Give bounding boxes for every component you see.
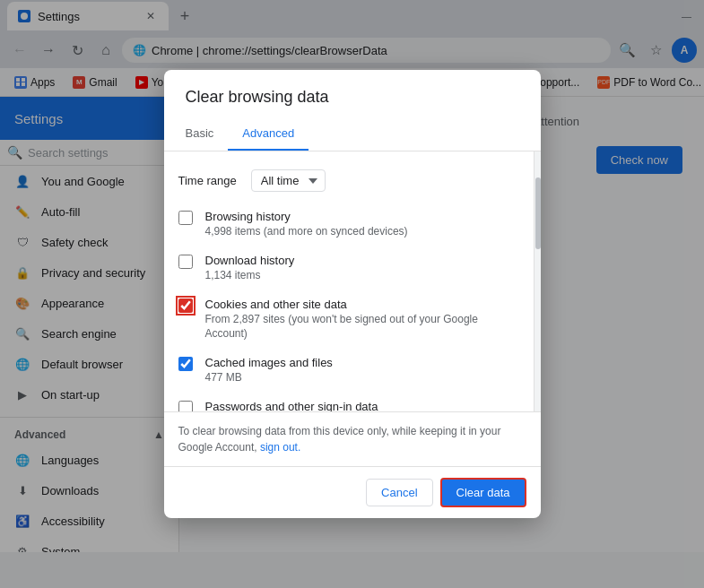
cached-desc: 477 MB xyxy=(205,370,516,385)
checkbox-cached: Cached images and files 477 MB xyxy=(178,349,516,393)
sign-out-link[interactable]: sign out. xyxy=(260,441,300,454)
dialog-body: Time range All time Browsing history 4,9… xyxy=(164,151,534,411)
passwords-title: Passwords and other sign-in data xyxy=(205,400,516,411)
dialog-overlay: Clear browsing data Basic Advanced Time … xyxy=(0,0,704,588)
checkbox-passwords-label: Passwords and other sign-in data 152 pas… xyxy=(205,400,516,411)
checkbox-download-history-input[interactable] xyxy=(178,255,193,269)
checkbox-passwords: Passwords and other sign-in data 152 pas… xyxy=(178,393,516,411)
clear-data-button[interactable]: Clear data xyxy=(440,478,526,507)
dialog-title: Clear browsing data xyxy=(164,70,541,117)
download-history-desc: 1,134 items xyxy=(205,268,516,283)
checkbox-browsing-history-input[interactable] xyxy=(178,211,193,225)
browsing-history-desc: 4,998 items (and more on synced devices) xyxy=(205,224,516,239)
cookies-title: Cookies and other site data xyxy=(205,298,516,311)
checkbox-download-history-label: Download history 1,134 items xyxy=(205,254,516,283)
dialog-scrollbar-track xyxy=(534,151,541,411)
checkbox-cookies-wrap[interactable] xyxy=(178,298,195,315)
cancel-button[interactable]: Cancel xyxy=(366,479,432,506)
download-history-title: Download history xyxy=(205,254,516,267)
dialog-scrollbar-thumb[interactable] xyxy=(535,177,541,249)
checkbox-passwords-wrap[interactable] xyxy=(178,401,195,411)
dialog-footer: Cancel Clear data xyxy=(164,466,541,518)
checkbox-browsing-history: Browsing history 4,998 items (and more o… xyxy=(178,203,516,246)
checkbox-browsing-history-wrap[interactable] xyxy=(178,211,195,227)
checkbox-cached-label: Cached images and files 477 MB xyxy=(205,356,516,385)
checkbox-cached-wrap[interactable] xyxy=(178,357,195,373)
footer-note-text: To clear browsing data from this device … xyxy=(178,425,501,454)
time-range-select[interactable]: All time xyxy=(251,169,326,192)
checkbox-passwords-input[interactable] xyxy=(178,401,193,411)
browsing-history-title: Browsing history xyxy=(205,210,516,223)
time-range-label: Time range xyxy=(178,174,237,187)
time-range-row: Time range All time xyxy=(178,162,516,203)
tab-basic[interactable]: Basic xyxy=(171,117,229,151)
dialog-tabs: Basic Advanced xyxy=(164,117,541,151)
cached-title: Cached images and files xyxy=(205,356,516,369)
dialog-body-wrapper: Time range All time Browsing history 4,9… xyxy=(164,151,541,411)
clear-browsing-data-dialog: Clear browsing data Basic Advanced Time … xyxy=(164,70,541,518)
checkbox-browsing-history-label: Browsing history 4,998 items (and more o… xyxy=(205,210,516,239)
checkbox-cookies-input[interactable] xyxy=(178,298,193,313)
dialog-footer-note: To clear browsing data from this device … xyxy=(164,411,541,466)
checkbox-cookies: Cookies and other site data From 2,897 s… xyxy=(178,290,516,350)
tab-advanced[interactable]: Advanced xyxy=(228,117,309,151)
checkbox-cached-input[interactable] xyxy=(178,357,193,371)
checkbox-cookies-label: Cookies and other site data From 2,897 s… xyxy=(205,298,516,342)
checkbox-download-history: Download history 1,134 items xyxy=(178,246,516,290)
cookies-desc: From 2,897 sites (you won't be signed ou… xyxy=(205,312,516,342)
checkbox-download-history-wrap[interactable] xyxy=(178,255,195,271)
